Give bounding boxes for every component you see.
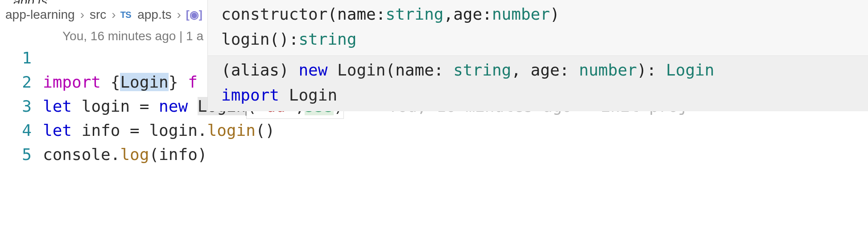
variable: info — [72, 121, 120, 139]
variable: login — [149, 121, 197, 139]
tab-label: app.ts — [13, 0, 47, 4]
hover-definition: (alias) new Login(name: string, age: num… — [208, 56, 868, 111]
hover-row: (alias) new Login(name: string, age: num… — [221, 58, 855, 83]
chevron-right-icon: › — [111, 8, 116, 22]
hover-row: login():string — [221, 27, 855, 52]
close-icon[interactable]: × — [70, 0, 78, 4]
editor-tab[interactable]: app.ts — [13, 0, 47, 4]
line-number: 3 — [0, 94, 32, 118]
hover-tooltip: constructor(name:string,age:number) logi… — [207, 0, 868, 111]
line-number: 4 — [0, 118, 32, 143]
chevron-right-icon: › — [176, 8, 182, 22]
chevron-right-icon: › — [79, 8, 85, 22]
crumb-folder[interactable]: src — [87, 8, 109, 22]
crumb-folder[interactable]: app-learning — [3, 8, 78, 22]
hover-row: constructor(name:string,age:number) — [221, 2, 855, 27]
crumb-file[interactable]: app.ts — [135, 8, 174, 22]
symbol-variable-icon: [◉] — [184, 8, 205, 21]
new-keyword: new — [159, 97, 188, 115]
method-call: log — [120, 145, 149, 164]
method-call: login — [207, 121, 256, 139]
args: (info) — [149, 145, 207, 164]
import-keyword: import — [43, 73, 101, 91]
brace: { — [101, 73, 120, 91]
console-object: console — [43, 145, 111, 164]
line-number: 1 — [0, 46, 32, 70]
gutter: 1 2 3 4 5 — [0, 46, 43, 167]
line-number: 2 — [0, 70, 32, 94]
brace: } — [169, 73, 178, 91]
let-keyword: let — [43, 121, 72, 139]
login-identifier: Login — [120, 73, 168, 91]
from-keyword: f — [178, 73, 197, 91]
code-line[interactable]: let info = login.login() — [43, 118, 868, 143]
let-keyword: let — [43, 97, 72, 115]
line-number: 5 — [0, 143, 32, 167]
hover-members: constructor(name:string,age:number) logi… — [208, 0, 868, 56]
variable: login — [72, 97, 130, 115]
equals: = — [130, 97, 159, 115]
ts-file-icon: TS — [119, 10, 133, 20]
code-line[interactable]: console.log(info) — [43, 143, 868, 167]
hover-row: import Login — [221, 83, 855, 108]
